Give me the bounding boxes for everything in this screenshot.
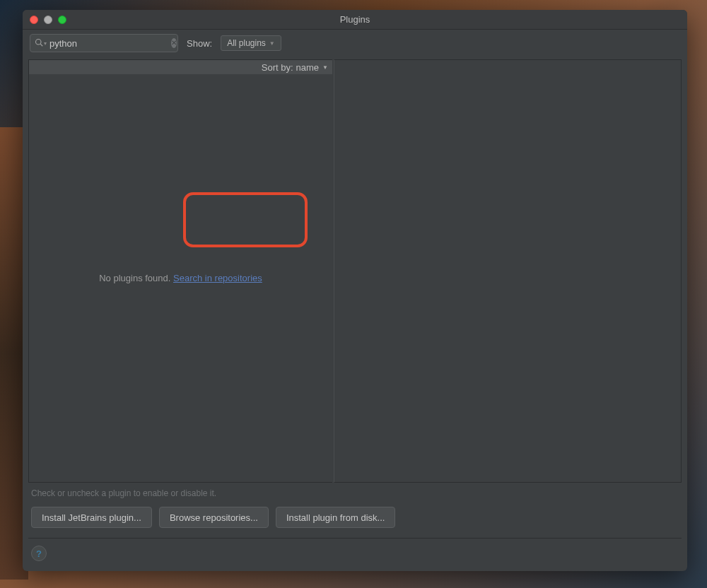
titlebar[interactable]: Plugins [23, 10, 687, 30]
sort-label: Sort by: [262, 62, 293, 73]
plugin-list-pane: Sort by: name ▼ No plugins found. Search… [28, 59, 332, 483]
plugins-window: Plugins ▾ ✕ Show: All plugins ▼ Sort by:… [23, 10, 687, 571]
button-row: Install JetBrains plugin... Browse repos… [23, 498, 687, 538]
clear-search-icon[interactable]: ✕ [171, 38, 177, 48]
window-title: Plugins [23, 14, 687, 25]
search-input[interactable] [47, 38, 171, 49]
no-plugins-text: No plugins found. [99, 273, 170, 283]
toolbar: ▾ ✕ Show: All plugins ▼ [23, 30, 687, 59]
footer: ? [23, 539, 687, 571]
browse-repositories-button[interactable]: Browse repositories... [159, 507, 269, 528]
search-in-repositories-link[interactable]: Search in repositories [173, 273, 262, 283]
show-filter-value: All plugins [227, 38, 266, 48]
sort-header[interactable]: Sort by: name ▼ [29, 60, 332, 74]
search-icon [35, 38, 43, 49]
sort-value: name [296, 62, 320, 73]
plugin-list-empty: No plugins found. Search in repositories [29, 74, 332, 482]
content-area: Sort by: name ▼ No plugins found. Search… [23, 59, 687, 483]
empty-message-row: No plugins found. Search in repositories [99, 273, 262, 283]
search-box[interactable]: ▾ ✕ [30, 34, 178, 52]
sort-chevron-icon: ▼ [322, 64, 328, 71]
annotation-highlight-box [183, 192, 308, 247]
svg-point-0 [36, 39, 42, 45]
show-label: Show: [187, 38, 212, 49]
show-filter-dropdown[interactable]: All plugins ▼ [221, 35, 281, 51]
help-icon[interactable]: ? [31, 546, 47, 561]
install-jetbrains-plugin-button[interactable]: Install JetBrains plugin... [31, 507, 152, 528]
svg-line-1 [40, 44, 42, 46]
hint-text: Check or uncheck a plugin to enable or d… [23, 483, 687, 498]
plugin-detail-pane [334, 59, 682, 483]
chevron-down-icon: ▼ [269, 40, 275, 47]
install-plugin-from-disk-button[interactable]: Install plugin from disk... [276, 507, 395, 528]
